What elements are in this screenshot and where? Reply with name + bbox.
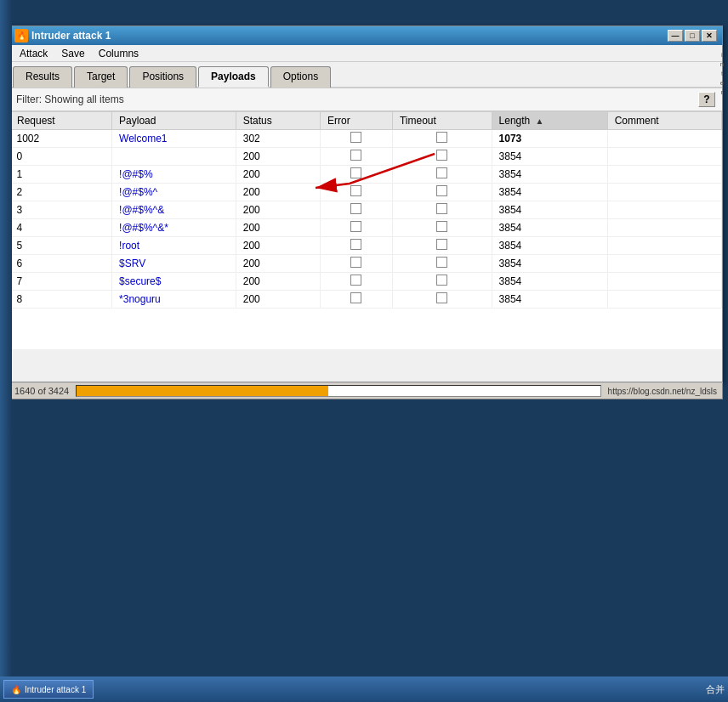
cell-payload[interactable]: !@#$%^& [112, 201, 236, 219]
tab-results[interactable]: Results [13, 66, 72, 88]
cell-payload[interactable]: !@#$%^&* [112, 219, 236, 237]
table-row[interactable]: 3!@#$%^&2003854 [10, 201, 722, 219]
timeout-checkbox[interactable] [436, 150, 447, 161]
timeout-checkbox[interactable] [436, 167, 447, 178]
cell-length: 3854 [492, 291, 607, 309]
tab-target[interactable]: Target [74, 66, 128, 88]
timeout-checkbox[interactable] [436, 203, 447, 214]
cell-length: 3854 [492, 273, 607, 291]
cell-length: 3854 [492, 184, 607, 201]
error-checkbox[interactable] [350, 203, 361, 214]
cell-error[interactable] [321, 166, 393, 184]
error-checkbox[interactable] [350, 275, 361, 286]
cell-length: 3854 [492, 148, 607, 166]
col-header-error[interactable]: Error [321, 112, 393, 130]
cell-error[interactable] [321, 291, 393, 309]
timeout-checkbox[interactable] [436, 221, 447, 232]
col-header-request[interactable]: Request [10, 112, 112, 130]
cell-timeout[interactable] [392, 166, 492, 184]
taskbar-item-intruder[interactable]: 🔥 Intruder attack 1 [3, 680, 94, 699]
cell-error[interactable] [321, 237, 393, 255]
cell-payload[interactable]: *3noguru [112, 291, 236, 309]
cell-timeout[interactable] [392, 219, 492, 237]
timeout-checkbox[interactable] [436, 239, 447, 250]
cell-error[interactable] [321, 255, 393, 273]
help-button[interactable]: ? [698, 92, 715, 107]
payload-link[interactable]: *3noguru [119, 293, 161, 305]
error-checkbox[interactable] [350, 292, 361, 303]
minimize-button[interactable]: — [668, 30, 683, 42]
results-table-container[interactable]: Request Payload Status Error Timeout Len… [9, 111, 722, 349]
cell-error[interactable] [321, 219, 393, 237]
cell-timeout[interactable] [392, 237, 492, 255]
table-row[interactable]: 5!root2003854 [10, 237, 722, 255]
table-row[interactable]: 4!@#$%^&*2003854 [10, 219, 722, 237]
maximize-button[interactable]: □ [685, 30, 700, 42]
cell-status: 200 [236, 273, 320, 291]
payload-link[interactable]: !@#$% [119, 168, 153, 180]
cell-error[interactable] [321, 273, 393, 291]
payload-link[interactable]: !root [119, 240, 139, 252]
cell-timeout[interactable] [392, 291, 492, 309]
table-row[interactable]: 2!@#$%^2003854 [10, 184, 722, 201]
cell-status: 200 [236, 237, 320, 255]
cell-timeout[interactable] [392, 130, 492, 148]
col-header-timeout[interactable]: Timeout [392, 112, 492, 130]
cell-status: 302 [236, 130, 320, 148]
payload-link[interactable]: $SRV [119, 258, 145, 269]
timeout-checkbox[interactable] [436, 257, 447, 268]
timeout-checkbox[interactable] [436, 185, 447, 196]
table-row[interactable]: 02003854 [10, 148, 722, 166]
close-button[interactable]: ✕ [702, 30, 717, 42]
payload-link[interactable]: Welcome1 [119, 133, 167, 144]
timeout-checkbox[interactable] [436, 132, 447, 143]
cell-timeout[interactable] [392, 273, 492, 291]
table-row[interactable]: 7$secure$2003854 [10, 273, 722, 291]
col-header-payload[interactable]: Payload [112, 112, 236, 130]
error-checkbox[interactable] [350, 239, 361, 250]
error-checkbox[interactable] [350, 185, 361, 196]
error-checkbox[interactable] [350, 167, 361, 178]
col-header-status[interactable]: Status [236, 112, 320, 130]
timeout-checkbox[interactable] [436, 292, 447, 303]
cell-error[interactable] [321, 148, 393, 166]
table-row[interactable]: 6$SRV2003854 [10, 255, 722, 273]
menu-columns[interactable]: Columns [92, 46, 145, 61]
cell-payload[interactable]: !root [112, 237, 236, 255]
cell-payload[interactable]: !@#$%^ [112, 184, 236, 201]
cell-timeout[interactable] [392, 201, 492, 219]
error-checkbox[interactable] [350, 221, 361, 232]
error-checkbox[interactable] [350, 150, 361, 161]
payload-link[interactable]: $secure$ [119, 275, 161, 287]
cell-error[interactable] [321, 184, 393, 201]
tab-positions[interactable]: Positions [129, 66, 196, 88]
cell-comment [607, 201, 721, 219]
cell-payload[interactable]: Welcome1 [112, 130, 236, 148]
filter-bar: Filter: Showing all items ? [9, 88, 722, 111]
cell-payload[interactable]: $SRV [112, 255, 236, 273]
payload-link[interactable]: !@#$%^& [119, 204, 164, 216]
table-row[interactable]: 1!@#$%2003854 [10, 166, 722, 184]
timeout-checkbox[interactable] [436, 275, 447, 286]
cell-timeout[interactable] [392, 184, 492, 201]
cell-payload[interactable] [112, 148, 236, 166]
payload-link[interactable]: !@#$%^&* [119, 222, 168, 234]
table-row[interactable]: 8*3noguru2003854 [10, 291, 722, 309]
cell-error[interactable] [321, 201, 393, 219]
error-checkbox[interactable] [350, 132, 361, 143]
cell-error[interactable] [321, 130, 393, 148]
menu-attack[interactable]: Attack [13, 46, 54, 61]
col-header-comment[interactable]: Comment [607, 112, 721, 130]
menu-save[interactable]: Save [54, 46, 91, 61]
cell-payload[interactable]: !@#$% [112, 166, 236, 184]
table-row[interactable]: 1002Welcome13021073 [10, 130, 722, 148]
tab-options[interactable]: Options [270, 66, 331, 88]
cell-length: 3854 [492, 219, 607, 237]
cell-timeout[interactable] [392, 255, 492, 273]
error-checkbox[interactable] [350, 257, 361, 268]
payload-link[interactable]: !@#$%^ [119, 186, 157, 198]
col-header-length[interactable]: Length ▲ [492, 112, 607, 130]
tab-payloads[interactable]: Payloads [198, 66, 269, 88]
cell-timeout[interactable] [392, 148, 492, 166]
cell-payload[interactable]: $secure$ [112, 273, 236, 291]
